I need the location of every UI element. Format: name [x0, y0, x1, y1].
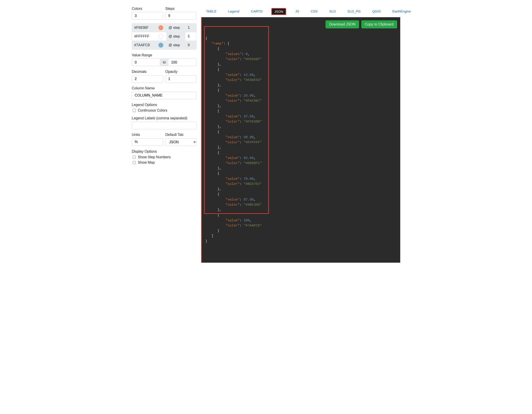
opacity-input[interactable]	[165, 75, 197, 83]
color-hex: #FFFFFF	[134, 34, 150, 38]
show-map-checkbox[interactable]	[133, 161, 136, 164]
column-name-input[interactable]	[132, 92, 197, 99]
step-at-label: @ step	[169, 26, 180, 29]
units-label: Units	[132, 133, 163, 137]
color-row[interactable]: #FFFFFF@ step5	[132, 32, 196, 41]
output-panel: TABLELegendCARTOJSONJSCSSSLDSLD_PGQGISEa…	[201, 7, 400, 263]
tab-sld_pg[interactable]: SLD_PG	[345, 8, 363, 15]
json-output-text: { "ramp": [ { "values": 0, "color": "#F6…	[205, 36, 397, 244]
step-at-label: @ step	[169, 43, 180, 47]
tab-js[interactable]: JS	[292, 8, 302, 15]
tab-css[interactable]: CSS	[308, 8, 320, 15]
display-options-label: Display Options	[132, 149, 197, 154]
show-step-numbers-checkbox[interactable]	[133, 156, 136, 159]
value-range-label: Value Range	[132, 53, 197, 57]
settings-sidebar: Colors Steps #F6936F@ step1#FFFFFF@ step…	[132, 7, 197, 263]
tabs-row: TABLELegendCARTOJSONJSCSSSLDSLD_PGQGISEa…	[201, 7, 400, 17]
decimals-label: Decimals	[132, 70, 163, 74]
step-number: 9	[188, 43, 190, 47]
color-row[interactable]: #7AAFC9@ step9	[132, 41, 196, 49]
legend-labels-input[interactable]	[132, 122, 197, 129]
continuous-colors-label: Continuous Colors	[138, 108, 167, 112]
default-tab-label: Default Tab	[165, 133, 197, 137]
decimals-input[interactable]	[132, 75, 163, 83]
range-to-input[interactable]	[169, 59, 197, 66]
download-json-button[interactable]: Download JSON	[325, 20, 359, 28]
json-code-pane: Download JSON Copy to Clipboard { "ramp"…	[201, 17, 400, 263]
step-at-label: @ step	[169, 34, 180, 38]
opacity-label: Opacity	[165, 70, 197, 74]
color-swatch	[158, 43, 163, 48]
tab-earthengine[interactable]: EarthEngine	[390, 8, 414, 15]
steps-input[interactable]	[165, 12, 197, 20]
tab-carto[interactable]: CARTO	[248, 8, 265, 15]
colors-input[interactable]	[132, 12, 163, 20]
tab-qgis[interactable]: QGIS	[370, 8, 383, 15]
color-stops-table: #F6936F@ step1#FFFFFF@ step5#7AAFC9@ ste…	[132, 23, 197, 50]
color-swatch	[158, 25, 163, 30]
color-swatch	[158, 34, 163, 39]
tab-sld[interactable]: SLD	[327, 8, 339, 15]
color-row[interactable]: #F6936F@ step1	[132, 23, 196, 32]
legend-options-label: Legend Options	[132, 103, 197, 107]
steps-label: Steps	[165, 7, 197, 11]
colors-label: Colors	[132, 7, 163, 11]
copy-clipboard-button[interactable]: Copy to Clipboard	[361, 20, 397, 28]
default-tab-select[interactable]: JSON	[165, 138, 197, 146]
tab-table[interactable]: TABLE	[203, 8, 219, 15]
color-hex: #F6936F	[134, 26, 149, 29]
continuous-colors-checkbox[interactable]	[133, 109, 136, 112]
tab-legend[interactable]: Legend	[225, 8, 242, 15]
show-map-label: Show Map	[138, 160, 155, 165]
units-input[interactable]	[132, 138, 163, 146]
column-name-label: Column Name	[132, 86, 197, 90]
step-number: 5	[188, 34, 190, 38]
step-number: 1	[188, 26, 190, 29]
range-from-input[interactable]	[132, 59, 160, 66]
color-hex: #7AAFC9	[134, 43, 150, 47]
tab-json[interactable]: JSON	[271, 8, 286, 15]
show-step-numbers-label: Show Step Numbers	[138, 155, 171, 159]
range-to-label: to	[160, 59, 169, 66]
legend-labels-label: Legend Labels (comma separated)	[132, 116, 197, 120]
